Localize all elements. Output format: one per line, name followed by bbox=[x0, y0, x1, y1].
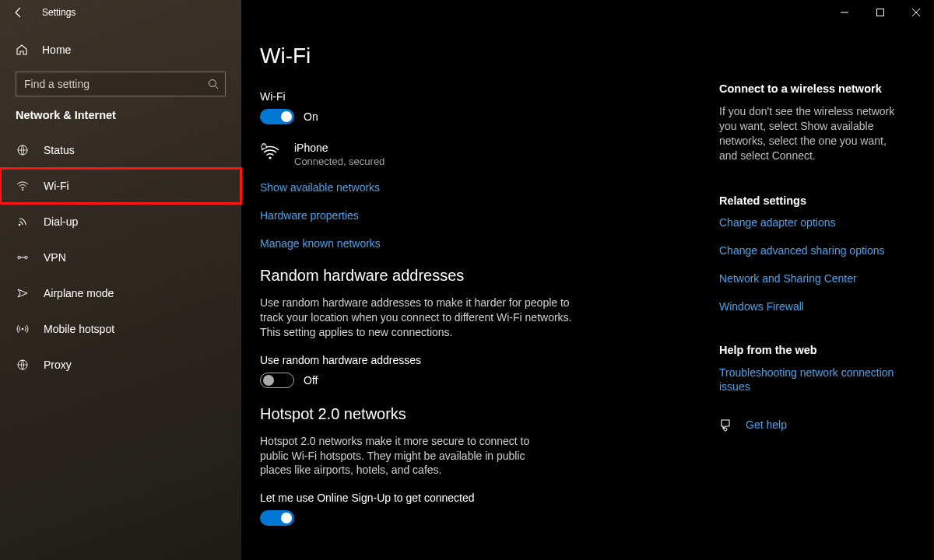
svg-point-4 bbox=[209, 80, 216, 87]
current-network[interactable]: iPhone Connected, secured bbox=[260, 142, 704, 167]
link-firewall[interactable]: Windows Firewall bbox=[719, 300, 904, 313]
sidebar-item-vpn[interactable]: VPN bbox=[0, 240, 241, 275]
wifi-toggle-state: On bbox=[304, 110, 318, 123]
aside-help-head: Help from the web bbox=[719, 344, 904, 356]
content-area: Wi-Fi Wi-Fi On iPhone Connected, bbox=[241, 0, 934, 560]
link-manage-known[interactable]: Manage known networks bbox=[260, 237, 704, 250]
sidebar: Home Network & Internet Status Wi-Fi Dia… bbox=[0, 0, 241, 560]
link-show-networks[interactable]: Show available networks bbox=[260, 181, 704, 194]
link-sharing-center[interactable]: Network and Sharing Center bbox=[719, 272, 904, 285]
get-help-icon bbox=[719, 418, 733, 432]
random-toggle[interactable] bbox=[260, 373, 294, 388]
link-troubleshoot[interactable]: Troubleshooting network connection issue… bbox=[719, 366, 898, 395]
page-title: Wi-Fi bbox=[260, 44, 704, 68]
wifi-toggle-label: Wi-Fi bbox=[260, 90, 704, 103]
window-title: Settings bbox=[37, 7, 75, 18]
sidebar-item-label: Dial-up bbox=[44, 215, 78, 228]
hotspot-toggle-label: Let me use Online Sign-Up to get connect… bbox=[260, 492, 704, 504]
sidebar-item-dialup[interactable]: Dial-up bbox=[0, 204, 241, 240]
section-random-desc: Use random hardware addresses to make it… bbox=[260, 296, 595, 340]
aside-connect-text: If you don't see the wireless network yo… bbox=[719, 104, 898, 163]
sidebar-item-label: Status bbox=[44, 144, 75, 156]
wifi-secured-icon bbox=[260, 142, 282, 162]
link-get-help[interactable]: Get help bbox=[746, 418, 787, 431]
random-toggle-label: Use random hardware addresses bbox=[260, 354, 704, 366]
search-box[interactable] bbox=[16, 72, 226, 96]
link-hardware-properties[interactable]: Hardware properties bbox=[260, 209, 704, 222]
sidebar-item-label: Proxy bbox=[44, 359, 72, 371]
status-icon bbox=[16, 144, 30, 156]
sidebar-item-wifi[interactable]: Wi-Fi bbox=[0, 168, 241, 204]
network-status: Connected, secured bbox=[294, 156, 384, 167]
link-sharing-options[interactable]: Change advanced sharing options bbox=[719, 244, 904, 257]
title-bar: Settings bbox=[0, 0, 934, 25]
aside-related-head: Related settings bbox=[719, 194, 904, 207]
svg-point-8 bbox=[19, 224, 21, 226]
sidebar-item-label: Airplane mode bbox=[44, 287, 114, 299]
random-toggle-state: Off bbox=[304, 374, 318, 387]
sidebar-item-label: Wi-Fi bbox=[44, 180, 69, 192]
svg-line-5 bbox=[216, 86, 219, 89]
svg-rect-1 bbox=[877, 9, 884, 16]
home-icon bbox=[16, 44, 28, 56]
section-hotspot-desc: Hotspot 2.0 networks make it more secure… bbox=[260, 434, 532, 478]
hotspot-icon bbox=[16, 323, 30, 335]
main-column: Wi-Fi Wi-Fi On iPhone Connected, bbox=[260, 44, 719, 560]
svg-point-10 bbox=[25, 256, 27, 258]
proxy-icon bbox=[16, 359, 30, 371]
sidebar-item-hotspot[interactable]: Mobile hotspot bbox=[0, 311, 241, 347]
svg-rect-15 bbox=[262, 145, 266, 149]
sidebar-item-airplane[interactable]: Airplane mode bbox=[0, 275, 241, 311]
dialup-icon bbox=[16, 215, 30, 228]
section-hotspot-title: Hotspot 2.0 networks bbox=[260, 405, 704, 423]
svg-point-16 bbox=[724, 428, 727, 431]
aside-connect-head: Connect to a wireless network bbox=[719, 82, 904, 95]
section-random-title: Random hardware addresses bbox=[260, 267, 704, 285]
wifi-icon bbox=[16, 180, 30, 192]
svg-point-14 bbox=[269, 156, 271, 159]
minimize-button[interactable] bbox=[827, 0, 862, 25]
close-button[interactable] bbox=[898, 0, 934, 25]
back-button[interactable] bbox=[0, 0, 37, 25]
airplane-icon bbox=[16, 287, 30, 299]
sidebar-item-status[interactable]: Status bbox=[0, 132, 241, 168]
svg-point-12 bbox=[22, 328, 24, 331]
sidebar-item-proxy[interactable]: Proxy bbox=[0, 347, 241, 383]
search-icon bbox=[208, 79, 219, 89]
maximize-button[interactable] bbox=[862, 0, 898, 25]
sidebar-item-label: VPN bbox=[44, 251, 66, 264]
network-name: iPhone bbox=[294, 142, 384, 154]
svg-point-7 bbox=[22, 189, 23, 191]
wifi-toggle[interactable] bbox=[260, 109, 294, 124]
link-adapter-options[interactable]: Change adapter options bbox=[719, 216, 904, 229]
hotspot-toggle[interactable] bbox=[260, 510, 294, 526]
sidebar-group-title: Network & Internet bbox=[0, 109, 241, 132]
search-input[interactable] bbox=[24, 78, 208, 90]
home-nav[interactable]: Home bbox=[0, 34, 241, 65]
home-label: Home bbox=[42, 44, 71, 56]
sidebar-item-label: Mobile hotspot bbox=[44, 323, 114, 335]
vpn-icon bbox=[16, 251, 30, 264]
svg-point-9 bbox=[18, 256, 20, 258]
aside-column: Connect to a wireless network If you don… bbox=[719, 44, 912, 560]
